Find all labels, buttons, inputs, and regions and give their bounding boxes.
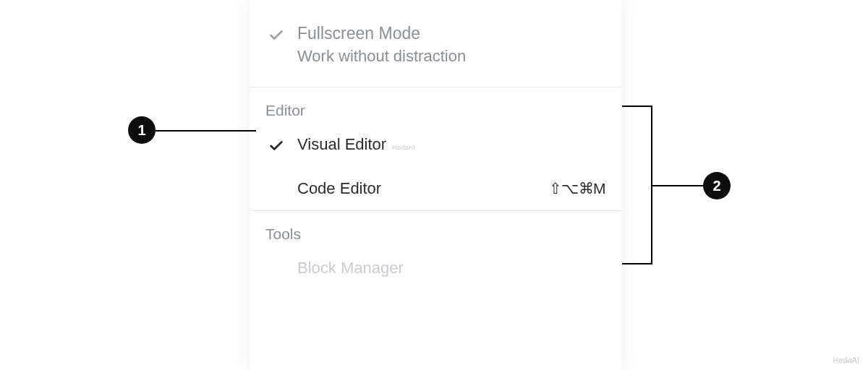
menu-item-block-manager[interactable]: Block Manager: [250, 246, 621, 290]
dropdown-panel: Fullscreen Mode Work without distraction…: [250, 0, 621, 370]
annotation-bracket-2: [622, 106, 652, 264]
watermark-footer: HedaAI: [833, 356, 859, 364]
annotation-number: 1: [137, 122, 145, 139]
menu-item-description: Work without distraction: [297, 45, 605, 68]
menu-item-fullscreen[interactable]: Fullscreen Mode Work without distraction: [250, 0, 621, 87]
check-icon: [268, 138, 284, 154]
watermark-inline: HedaAI: [392, 144, 415, 151]
check-icon: [268, 27, 284, 43]
section-heading-tools: Tools: [250, 211, 621, 246]
section-heading-editor: Editor: [250, 87, 621, 122]
section-tools: Tools Block Manager: [250, 210, 621, 290]
annotation-connector-1: [156, 130, 256, 132]
menu-item-title: Fullscreen Mode: [297, 22, 605, 45]
annotation-badge-1: 1: [128, 116, 156, 144]
menu-item-label: Block Manager: [297, 256, 404, 280]
annotation-connector-2: [652, 185, 703, 186]
annotation-number: 2: [712, 178, 720, 194]
section-editor: Editor Visual EditorHedaAI Code Editor ⇧…: [250, 87, 621, 210]
menu-item-code-editor[interactable]: Code Editor ⇧⌥⌘M: [250, 166, 621, 210]
keyboard-shortcut: ⇧⌥⌘M: [549, 180, 606, 197]
menu-item-visual-editor[interactable]: Visual EditorHedaAI: [250, 122, 621, 166]
annotation-badge-2: 2: [703, 172, 731, 199]
menu-item-label: Code Editor: [297, 176, 381, 200]
menu-item-label: Visual EditorHedaAI: [297, 132, 415, 156]
